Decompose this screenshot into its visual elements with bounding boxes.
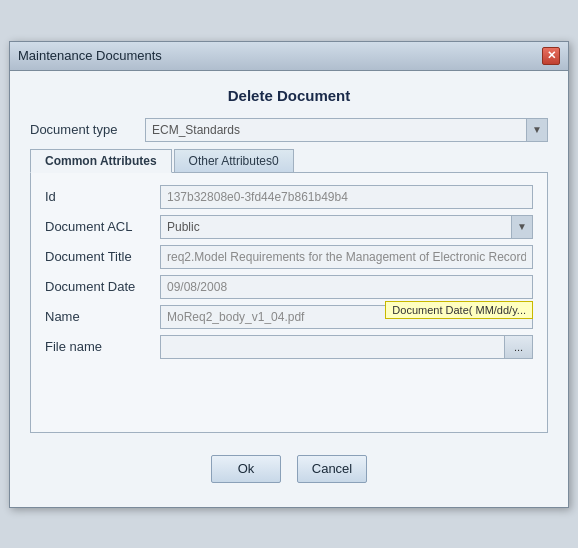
file-name-browse-button[interactable]: ... <box>505 335 533 359</box>
name-label: Name <box>45 309 160 324</box>
cancel-button[interactable]: Cancel <box>297 455 367 483</box>
document-title-label: Document Title <box>45 249 160 264</box>
document-date-label: Document Date <box>45 279 160 294</box>
document-type-row: Document type ECM_Standards ▼ <box>30 118 548 142</box>
tab-content-common: Id Document ACL Public ▼ Document Title <box>30 173 548 433</box>
document-type-label: Document type <box>30 122 145 137</box>
dialog-content: Delete Document Document type ECM_Standa… <box>10 71 568 507</box>
document-date-tooltip: Document Date( MM/dd/y... <box>385 301 533 319</box>
document-date-row: Document Date Document Date( MM/dd/y... <box>45 275 533 299</box>
document-acl-dropdown-wrapper: Public ▼ <box>160 215 533 239</box>
main-window: Maintenance Documents ✕ Delete Document … <box>9 41 569 508</box>
dialog-title: Delete Document <box>30 87 548 104</box>
bottom-buttons: Ok Cancel <box>30 443 548 491</box>
close-button[interactable]: ✕ <box>542 47 560 65</box>
file-name-input-group: ... <box>160 335 533 359</box>
document-title-input[interactable] <box>160 245 533 269</box>
document-date-input[interactable] <box>160 275 533 299</box>
tab-bar: Common Attributes Other Attributes0 <box>30 148 548 173</box>
document-title-row: Document Title <box>45 245 533 269</box>
close-icon: ✕ <box>547 49 556 62</box>
document-acl-row: Document ACL Public ▼ <box>45 215 533 239</box>
tab-common-attributes[interactable]: Common Attributes <box>30 149 172 173</box>
file-name-row: File name ... <box>45 335 533 359</box>
id-row: Id <box>45 185 533 209</box>
file-name-label: File name <box>45 339 160 354</box>
ok-button[interactable]: Ok <box>211 455 281 483</box>
id-input[interactable] <box>160 185 533 209</box>
document-acl-select[interactable]: Public <box>160 215 533 239</box>
id-label: Id <box>45 189 160 204</box>
title-bar: Maintenance Documents ✕ <box>10 42 568 71</box>
tabs-container: Common Attributes Other Attributes0 Id D… <box>30 148 548 433</box>
document-type-select[interactable]: ECM_Standards <box>145 118 548 142</box>
file-name-input[interactable] <box>160 335 505 359</box>
tab-other-attributes[interactable]: Other Attributes0 <box>174 149 294 173</box>
window-title: Maintenance Documents <box>18 48 162 63</box>
document-type-dropdown-wrapper: ECM_Standards ▼ <box>145 118 548 142</box>
document-date-wrapper: Document Date( MM/dd/y... <box>160 275 533 299</box>
document-acl-label: Document ACL <box>45 219 160 234</box>
